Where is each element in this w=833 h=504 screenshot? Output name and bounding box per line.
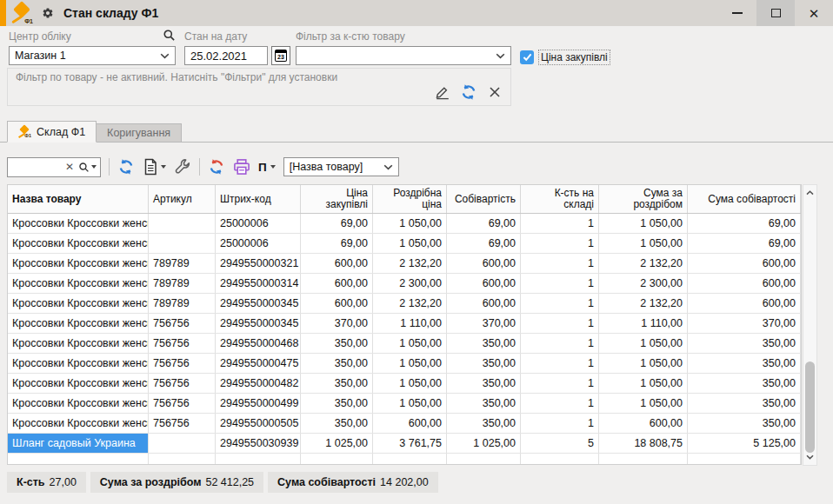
table-cell[interactable]: 1 050,00: [599, 394, 688, 413]
table-cell[interactable]: 2949550000505: [216, 414, 301, 433]
table-cell[interactable]: 600,00: [301, 274, 373, 293]
table-cell[interactable]: 2 300,00: [373, 274, 447, 293]
table-cell[interactable]: 69,00: [447, 234, 521, 253]
table-cell[interactable]: 350,00: [447, 414, 521, 433]
table-cell[interactable]: 350,00: [688, 354, 801, 373]
table-cell[interactable]: 1: [521, 414, 599, 433]
table-cell[interactable]: 370,00: [301, 314, 373, 333]
table-cell[interactable]: 2949550030939: [216, 434, 301, 453]
table-cell[interactable]: 1: [521, 314, 599, 333]
table-row[interactable]: Шланг садовый Украина29495500309391 025,…: [8, 434, 801, 454]
table-cell[interactable]: 1: [521, 214, 599, 233]
table-cell[interactable]: 2949550000475: [216, 354, 301, 373]
minimize-button[interactable]: [718, 0, 756, 26]
table-cell[interactable]: 1: [521, 394, 599, 413]
table-cell[interactable]: 600,00: [301, 254, 373, 273]
table-cell[interactable]: 350,00: [301, 374, 373, 393]
table-row[interactable]: Кроссовки Кроссовки женск...789789294955…: [8, 254, 801, 274]
table-cell[interactable]: [149, 234, 216, 253]
table-cell[interactable]: Кроссовки Кроссовки женск...: [8, 274, 149, 293]
table-cell[interactable]: 1 050,00: [373, 234, 447, 253]
table-cell[interactable]: 600,00: [447, 274, 521, 293]
table-cell[interactable]: Кроссовки Кроссовки женск...: [8, 354, 149, 373]
column-header[interactable]: Артикул: [149, 185, 216, 213]
table-cell[interactable]: 756756: [149, 414, 216, 433]
table-cell[interactable]: 756756: [149, 394, 216, 413]
table-cell[interactable]: 69,00: [301, 234, 373, 253]
table-cell[interactable]: 2949550000345: [216, 294, 301, 313]
table-cell[interactable]: 370,00: [447, 314, 521, 333]
report-menu-button[interactable]: [143, 158, 166, 176]
table-cell[interactable]: 2 132,20: [373, 254, 447, 273]
table-cell[interactable]: 2 132,20: [373, 294, 447, 313]
table-cell[interactable]: 600,00: [373, 414, 447, 433]
table-cell[interactable]: 1: [521, 274, 599, 293]
tab-koriguvannya[interactable]: Коригування: [97, 123, 182, 143]
table-row[interactable]: Кроссовки Кроссовки женск...789789294955…: [8, 294, 801, 314]
table-cell[interactable]: 69,00: [688, 234, 801, 253]
table-cell[interactable]: 1: [521, 234, 599, 253]
vertical-scrollbar[interactable]: [803, 184, 817, 466]
table-row[interactable]: Кроссовки Кроссовки женск...2500000669,0…: [8, 234, 801, 254]
table-row[interactable]: Кроссовки Кроссовки женск...789789294955…: [8, 274, 801, 294]
table-cell[interactable]: 350,00: [688, 374, 801, 393]
table-cell[interactable]: 2949550000468: [216, 334, 301, 353]
search-icon[interactable]: [163, 29, 176, 45]
table-cell[interactable]: 350,00: [301, 354, 373, 373]
reload-data-icon[interactable]: [208, 158, 225, 176]
settings-wrench-icon[interactable]: [174, 158, 191, 176]
scroll-down-icon[interactable]: [803, 451, 816, 463]
search-options-icon[interactable]: [78, 162, 97, 173]
table-cell[interactable]: 2949550000314: [216, 274, 301, 293]
scrollbar-thumb[interactable]: [805, 361, 815, 453]
table-cell[interactable]: 69,00: [688, 214, 801, 233]
column-header[interactable]: Собівартість: [447, 185, 521, 213]
table-cell[interactable]: 756756: [149, 334, 216, 353]
table-cell[interactable]: 1 050,00: [373, 354, 447, 373]
table-cell[interactable]: 350,00: [447, 374, 521, 393]
refresh-icon[interactable]: [117, 158, 135, 176]
table-cell[interactable]: [149, 214, 216, 233]
table-cell[interactable]: 1: [521, 374, 599, 393]
table-cell[interactable]: Кроссовки Кроссовки женск...: [8, 254, 149, 273]
table-cell[interactable]: 69,00: [447, 214, 521, 233]
table-cell[interactable]: 789789: [149, 274, 216, 293]
table-row[interactable]: Кроссовки Кроссовки женск...756756294955…: [8, 374, 801, 394]
table-cell[interactable]: Кроссовки Кроссовки женск...: [8, 294, 149, 313]
table-cell[interactable]: 1: [521, 354, 599, 373]
table-cell[interactable]: 1 110,00: [373, 314, 447, 333]
table-row[interactable]: Кроссовки Кроссовки женск...2500000669,0…: [8, 214, 801, 234]
table-cell[interactable]: 350,00: [688, 394, 801, 413]
table-cell[interactable]: 18 808,75: [599, 434, 688, 453]
table-cell[interactable]: 756756: [149, 314, 216, 333]
table-cell[interactable]: 1: [521, 254, 599, 273]
table-cell[interactable]: 1 050,00: [599, 374, 688, 393]
table-cell[interactable]: 2949550000482: [216, 374, 301, 393]
search-input[interactable]: ✕: [7, 157, 101, 177]
group-menu-button[interactable]: П: [258, 161, 276, 174]
table-cell[interactable]: 69,00: [301, 214, 373, 233]
table-cell[interactable]: 1 050,00: [373, 214, 447, 233]
table-cell[interactable]: Кроссовки Кроссовки женск...: [8, 414, 149, 433]
table-cell[interactable]: 5: [521, 434, 599, 453]
print-icon[interactable]: [233, 158, 250, 176]
tab-sklad-f1[interactable]: Ф1 Склад Ф1: [7, 121, 97, 143]
table-cell[interactable]: 789789: [149, 254, 216, 273]
table-cell[interactable]: 600,00: [447, 254, 521, 273]
table-cell[interactable]: 25000006: [216, 214, 301, 233]
table-cell[interactable]: 1 025,00: [447, 434, 521, 453]
table-cell[interactable]: 2949550000499: [216, 394, 301, 413]
column-header[interactable]: Назва товару: [8, 185, 149, 213]
table-cell[interactable]: Кроссовки Кроссовки женск...: [8, 234, 149, 253]
table-cell[interactable]: 600,00: [447, 294, 521, 313]
clear-search-icon[interactable]: ✕: [65, 161, 74, 173]
table-cell[interactable]: 2 132,20: [599, 254, 688, 273]
table-cell[interactable]: 2949550000321: [216, 254, 301, 273]
table-cell[interactable]: Кроссовки Кроссовки женск...: [8, 394, 149, 413]
table-row[interactable]: Кроссовки Кроссовки женск...756756294955…: [8, 414, 801, 434]
table-cell[interactable]: 350,00: [447, 354, 521, 373]
state-date-input[interactable]: 25.02.2021: [184, 46, 268, 65]
column-header[interactable]: Роздрібна ціна: [373, 185, 447, 213]
table-cell[interactable]: Шланг садовый Украина: [8, 434, 149, 453]
table-cell[interactable]: 600,00: [688, 274, 801, 293]
